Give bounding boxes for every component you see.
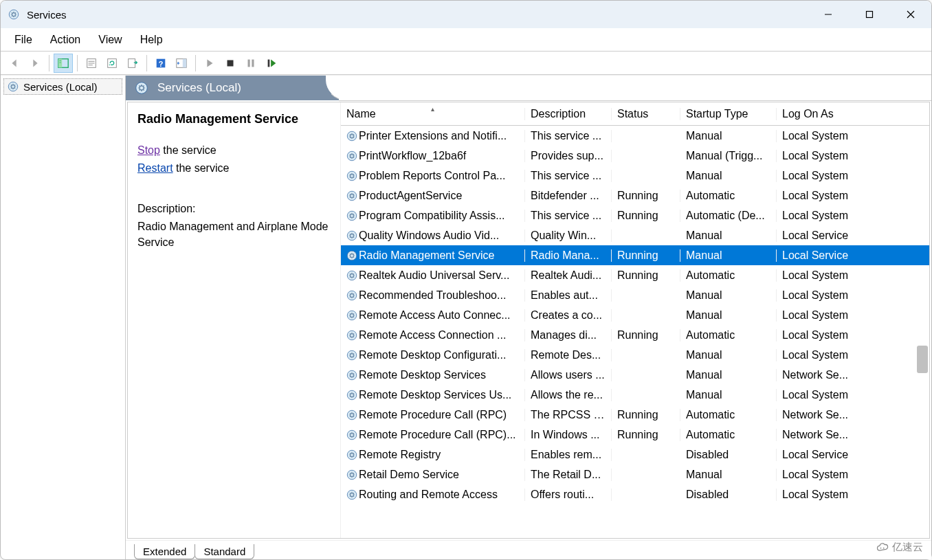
minimize-button[interactable] (808, 1, 849, 28)
cell-log-on-as: Local System (777, 190, 873, 202)
service-row[interactable]: Program Compatibility Assis...This servi… (341, 205, 929, 225)
column-header-description[interactable]: Description (525, 108, 612, 120)
service-icon (342, 489, 359, 501)
export-list-button[interactable] (123, 54, 142, 73)
service-icon (342, 369, 359, 381)
column-header-status[interactable]: Status (612, 108, 680, 120)
cell-startup-type: Manual (680, 349, 777, 361)
menu-file[interactable]: File (8, 34, 39, 46)
service-row[interactable]: Remote Desktop Configurati...Remote Des.… (341, 345, 929, 365)
menu-help[interactable]: Help (133, 34, 170, 46)
forward-button[interactable] (25, 54, 45, 73)
cell-name-text: Remote Desktop Configurati... (359, 349, 519, 361)
list-body[interactable]: Printer Extensions and Notifi...This ser… (341, 126, 929, 538)
back-button[interactable] (5, 54, 24, 73)
menubar: File Action View Help (1, 28, 931, 52)
action-panel: Radio Management Service Stop the servic… (128, 102, 341, 538)
toolbar-separator (77, 55, 78, 71)
svg-rect-14 (108, 58, 117, 67)
service-row[interactable]: Realtek Audio Universal Serv...Realtek A… (341, 265, 929, 285)
service-icon (342, 249, 359, 262)
show-hide-tree-button[interactable] (54, 54, 73, 73)
tab-extended[interactable]: Extended (134, 544, 195, 559)
service-row[interactable]: PrintWorkflow_12ba6fProvides sup...Manua… (341, 146, 929, 166)
stop-service-link[interactable]: Stop (137, 144, 160, 156)
show-hide-action-pane-button[interactable] (172, 54, 191, 73)
close-button[interactable] (890, 1, 931, 28)
refresh-button[interactable] (102, 54, 122, 73)
cell-startup-type: Automatic (680, 429, 777, 441)
cell-name-text: Quality Windows Audio Vid... (359, 229, 519, 242)
cell-startup-type: Manual (680, 389, 777, 401)
pause-service-button[interactable] (241, 54, 260, 73)
service-row[interactable]: Problem Reports Control Pa...This servic… (341, 166, 929, 186)
cell-name: Radio Management Service (341, 249, 525, 262)
service-row[interactable]: Remote Procedure Call (RPC)...In Windows… (341, 425, 929, 445)
service-row[interactable]: ProductAgentServiceBitdefender ...Runnin… (341, 186, 929, 205)
cell-name: Remote Procedure Call (RPC) (341, 409, 525, 421)
service-row[interactable]: Remote Desktop ServicesAllows users ...M… (341, 365, 929, 385)
cell-name-text: Remote Desktop Services (359, 369, 519, 381)
svg-rect-23 (268, 59, 270, 67)
restart-service-button[interactable] (262, 54, 281, 73)
start-service-button[interactable] (200, 54, 219, 73)
menu-view[interactable]: View (91, 34, 129, 46)
column-header-startup-type[interactable]: Startup Type (680, 108, 777, 120)
service-icon (342, 469, 359, 481)
cell-log-on-as: Local System (777, 309, 873, 322)
menu-action[interactable]: Action (43, 34, 87, 46)
cell-name: Realtek Audio Universal Serv... (341, 269, 525, 282)
cell-description: This service ... (525, 170, 612, 182)
service-row[interactable]: Remote Desktop Services Us...Allows the … (341, 385, 929, 405)
svg-rect-3 (867, 12, 873, 18)
tab-standard[interactable]: Standard (195, 544, 254, 559)
cloud-icon (876, 540, 889, 554)
service-row[interactable]: Remote RegistryEnables rem...DisabledLoc… (341, 445, 929, 464)
cell-description: This service ... (525, 210, 612, 222)
cell-name: Routing and Remote Access (341, 489, 525, 501)
service-row[interactable]: Retail Demo ServiceThe Retail D...Manual… (341, 464, 929, 484)
svg-rect-22 (252, 59, 254, 67)
cell-description: Enables rem... (525, 449, 612, 461)
cell-name-text: Problem Reports Control Pa... (359, 170, 519, 182)
maximize-button[interactable] (849, 1, 890, 28)
service-icon (342, 389, 359, 401)
cell-status: Running (612, 429, 680, 441)
service-row[interactable]: Recommended Troubleshoo...Enables aut...… (341, 285, 929, 305)
column-header-name[interactable]: ▴ Name (341, 108, 525, 120)
cell-startup-type: Disabled (680, 489, 777, 501)
svg-rect-15 (129, 58, 135, 67)
cell-name: Problem Reports Control Pa... (341, 170, 525, 182)
cell-log-on-as: Local System (777, 389, 873, 401)
services-icon (134, 80, 149, 96)
toolbar-separator (146, 55, 147, 71)
cell-name-text: Recommended Troubleshoo... (359, 289, 519, 302)
cell-description: Radio Mana... (525, 249, 612, 262)
service-icon (342, 130, 359, 142)
cell-log-on-as: Local System (777, 130, 873, 142)
service-icon (342, 429, 359, 441)
service-row[interactable]: Quality Windows Audio Vid...Quality Win.… (341, 225, 929, 245)
toolbar-separator (195, 55, 196, 71)
toolbar: ? (1, 52, 931, 75)
service-row[interactable]: Remote Procedure Call (RPC)The RPCSS s..… (341, 405, 929, 425)
service-row[interactable]: Routing and Remote AccessOffers routi...… (341, 484, 929, 504)
cell-status: Running (612, 269, 680, 282)
cell-startup-type: Automatic (680, 269, 777, 282)
help-button[interactable]: ? (151, 54, 170, 73)
cell-startup-type: Automatic (680, 329, 777, 341)
cell-name: Remote Registry (341, 449, 525, 461)
service-row[interactable]: Printer Extensions and Notifi...This ser… (341, 126, 929, 146)
service-icon (342, 329, 359, 341)
stop-service-button[interactable] (221, 54, 240, 73)
properties-button[interactable] (82, 54, 101, 73)
column-header-log-on-as[interactable]: Log On As (777, 108, 873, 120)
selected-service-name: Radio Management Service (137, 112, 331, 126)
cell-name: Retail Demo Service (341, 469, 525, 481)
service-row[interactable]: Radio Management ServiceRadio Mana...Run… (341, 245, 929, 265)
service-row[interactable]: Remote Access Auto Connec...Creates a co… (341, 305, 929, 325)
tree-item-services-local[interactable]: Services (Local) (3, 78, 122, 95)
restart-service-link[interactable]: Restart (137, 162, 173, 174)
service-row[interactable]: Remote Access Connection ...Manages di..… (341, 325, 929, 345)
scrollbar-thumb[interactable] (917, 346, 928, 373)
